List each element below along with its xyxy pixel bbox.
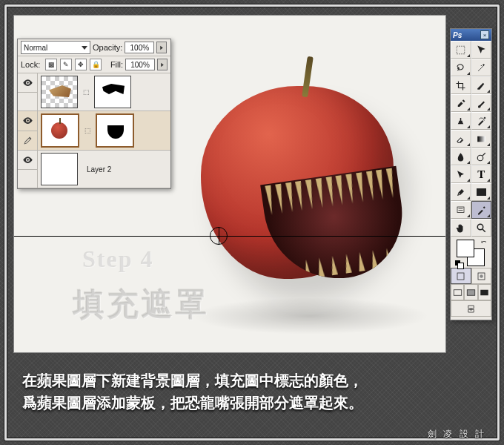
svg-rect-4 — [477, 136, 485, 142]
foreground-color[interactable] — [457, 240, 474, 257]
default-colors-icon[interactable] — [455, 260, 462, 268]
fill-label: Fill: — [110, 60, 123, 69]
blend-mode-select[interactable]: Normal — [21, 41, 90, 54]
credit-text: 劍 凌 設 計 — [428, 428, 486, 441]
clone-stamp-tool[interactable] — [451, 112, 471, 130]
close-icon[interactable]: × — [480, 30, 489, 39]
eye-icon — [22, 77, 33, 88]
lock-label: Lock: — [21, 60, 40, 69]
visibility-toggle[interactable] — [18, 73, 37, 93]
layer-mask-thumbnail[interactable] — [94, 76, 131, 108]
chevron-down-icon — [82, 46, 87, 50]
palette-titlebar[interactable]: Ps × — [451, 29, 491, 41]
layer-name[interactable]: Layer 2 — [87, 165, 111, 174]
svg-rect-3 — [457, 46, 465, 54]
svg-point-1 — [27, 120, 29, 122]
caption-line-1: 在蘋果圖層下新建背景圖層，填充圖中標志的顏色， — [22, 369, 482, 392]
quickmask-mode-button[interactable] — [471, 268, 492, 284]
mask-link-icon[interactable]: ⬚ — [82, 76, 90, 108]
brush-tool[interactable] — [471, 94, 492, 112]
artwork-teeth-bottom — [276, 246, 405, 283]
layer-thumbnail[interactable] — [41, 76, 78, 108]
lock-transparency-button[interactable]: ▩ — [45, 59, 57, 70]
svg-point-5 — [477, 155, 483, 161]
layer-thumbnail[interactable] — [41, 153, 78, 185]
svg-rect-12 — [467, 289, 475, 295]
magic-wand-tool[interactable] — [471, 59, 492, 76]
eye-icon — [22, 115, 33, 126]
artwork-teeth-top — [265, 168, 396, 216]
hand-tool[interactable] — [451, 219, 471, 237]
pen-tool[interactable] — [451, 183, 471, 201]
layer-row[interactable]: ⬚ — [18, 73, 170, 111]
link-toggle[interactable] — [18, 93, 37, 111]
shape-tool[interactable] — [471, 183, 492, 201]
svg-point-2 — [27, 159, 29, 161]
blur-tool[interactable] — [451, 148, 471, 165]
dodge-tool[interactable] — [471, 148, 492, 165]
swap-colors-icon[interactable]: ⤺ — [481, 238, 487, 245]
fill-field[interactable]: 100% — [125, 59, 155, 70]
caption-line-2: 爲蘋果圖層添加蒙板，把恐龍嘴張開部分遮罩起來。 — [22, 392, 482, 414]
blend-mode-value: Normal — [24, 44, 47, 52]
gradient-tool[interactable] — [471, 130, 492, 148]
healing-brush-tool[interactable] — [451, 94, 471, 112]
svg-rect-13 — [481, 289, 489, 295]
marquee-tool[interactable] — [451, 41, 471, 59]
tool-grid: T — [451, 41, 491, 237]
crop-tool[interactable] — [451, 76, 471, 94]
slice-tool[interactable] — [471, 76, 492, 94]
opacity-label: Opacity: — [93, 43, 122, 52]
notes-tool[interactable] — [451, 201, 471, 219]
svg-point-10 — [480, 274, 483, 278]
mask-link-icon[interactable]: ⬚ — [84, 115, 91, 146]
lock-pixels-button[interactable]: ✎ — [60, 59, 72, 70]
screen-standard-button[interactable] — [451, 284, 464, 300]
svg-rect-11 — [454, 289, 462, 295]
opacity-field[interactable]: 100% — [125, 42, 154, 53]
svg-point-0 — [27, 82, 29, 84]
layers-list: ⬚ ⬚ — [18, 73, 170, 188]
eyedropper-tool[interactable] — [471, 201, 492, 219]
jump-to-imageready-button[interactable] — [451, 300, 491, 317]
tutorial-caption: 在蘋果圖層下新建背景圖層，填充圖中標志的顏色， 爲蘋果圖層添加蒙板，把恐龍嘴張開… — [22, 369, 482, 414]
eraser-tool[interactable] — [451, 130, 471, 148]
brush-icon — [22, 135, 33, 146]
standard-mode-button[interactable] — [451, 268, 471, 284]
fill-slider-toggle[interactable] — [157, 59, 168, 70]
lasso-tool[interactable] — [451, 59, 471, 76]
layer-thumbnail[interactable] — [41, 113, 79, 148]
tools-palette: Ps × T ⤺ — [450, 28, 492, 320]
link-toggle[interactable] — [18, 131, 37, 151]
layers-panel: Normal Opacity: 100% Lock: ▩ ✎ ✥ 🔒 Fill:… — [17, 39, 171, 189]
path-select-tool[interactable] — [451, 165, 471, 183]
artwork-apple — [201, 86, 394, 279]
link-toggle[interactable] — [18, 170, 37, 188]
svg-rect-8 — [457, 273, 464, 280]
step-number-watermark: Step 4 — [82, 245, 153, 273]
color-swatches: ⤺ — [451, 237, 491, 268]
zoom-tool[interactable] — [471, 219, 492, 237]
layer-row[interactable]: Layer 2 — [18, 151, 170, 188]
history-brush-tool[interactable] — [471, 112, 492, 130]
opacity-slider-toggle[interactable] — [156, 42, 167, 53]
screen-menubar-button[interactable] — [464, 284, 477, 300]
layer-row[interactable]: ⬚ — [18, 111, 170, 151]
lock-position-button[interactable]: ✥ — [75, 59, 87, 70]
visibility-toggle[interactable] — [18, 151, 37, 170]
screen-full-button[interactable] — [478, 284, 491, 300]
type-tool[interactable]: T — [471, 165, 492, 183]
step-title-watermark: 填充遮罩 — [73, 284, 210, 326]
visibility-toggle[interactable] — [18, 111, 37, 131]
svg-point-7 — [477, 224, 483, 230]
svg-rect-6 — [457, 207, 464, 213]
lock-all-button[interactable]: 🔒 — [90, 59, 102, 70]
artwork-mouth — [260, 166, 411, 288]
artwork-shadow — [192, 297, 429, 334]
layer-mask-thumbnail[interactable] — [96, 113, 134, 148]
move-tool[interactable] — [471, 41, 492, 59]
eye-icon — [22, 154, 33, 165]
app-logo: Ps — [453, 31, 462, 39]
